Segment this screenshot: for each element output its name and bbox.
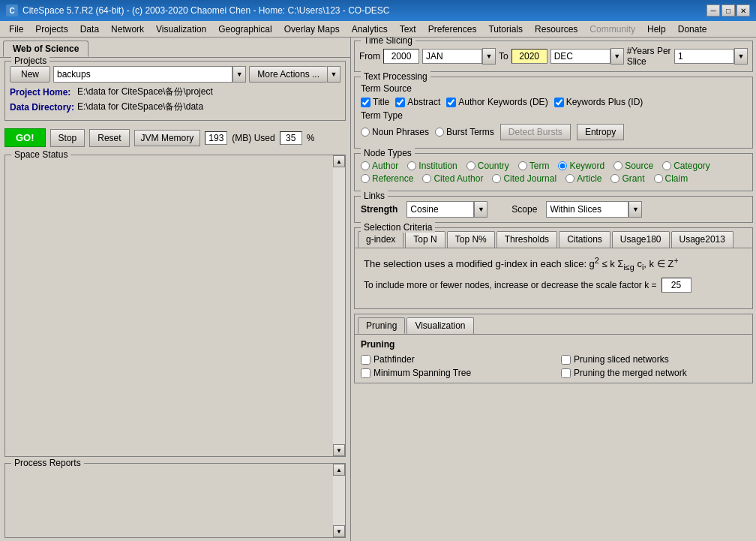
menu-file[interactable]: File [3, 23, 29, 36]
from-month-select[interactable]: JANFEB [422, 49, 482, 64]
project-dropdown-arrow[interactable]: ▼ [232, 66, 246, 83]
category-radio-label[interactable]: Category [662, 161, 710, 171]
scroll-down-button[interactable]: ▼ [333, 444, 345, 456]
keywords-plus-checkbox-label[interactable]: Keywords Plus (ID) [554, 97, 644, 107]
entropy-button[interactable]: Entropy [577, 124, 624, 140]
from-year-input[interactable] [383, 49, 419, 64]
title-checkbox-label[interactable]: Title [361, 97, 389, 107]
burst-terms-radio[interactable] [435, 128, 444, 137]
tab-usage2013[interactable]: Usage2013 [671, 231, 734, 248]
detect-bursts-button[interactable]: Detect Bursts [500, 124, 571, 140]
tab-top-n-percent[interactable]: Top N% [447, 231, 495, 248]
sc-factor-input[interactable] [662, 278, 692, 293]
close-button[interactable]: ✕ [736, 5, 750, 17]
article-radio[interactable] [566, 174, 574, 183]
title-checkbox[interactable] [361, 98, 370, 107]
burst-terms-radio-label[interactable]: Burst Terms [435, 127, 494, 137]
minimize-button[interactable]: ─ [706, 5, 720, 17]
menu-visualization[interactable]: Visualization [150, 23, 212, 36]
author-radio[interactable] [361, 161, 370, 170]
menu-text[interactable]: Text [394, 23, 422, 36]
process-scrollbar[interactable]: ▲ ▼ [333, 464, 345, 537]
tab-thresholds[interactable]: Thresholds [496, 231, 557, 248]
keywords-plus-checkbox[interactable] [554, 98, 564, 107]
tab-top-n[interactable]: Top N [405, 231, 445, 248]
from-month-arrow[interactable]: ▼ [482, 48, 496, 65]
menu-data[interactable]: Data [74, 23, 105, 36]
pruning-merged-checkbox[interactable] [561, 368, 571, 378]
claim-radio[interactable] [654, 174, 663, 183]
to-month-arrow[interactable]: ▼ [610, 48, 624, 65]
source-radio-label[interactable]: Source [614, 161, 653, 171]
reference-radio[interactable] [361, 174, 370, 183]
author-keywords-checkbox[interactable] [446, 98, 456, 107]
process-scroll-up[interactable]: ▲ [333, 464, 345, 476]
menu-donate[interactable]: Donate [672, 23, 713, 36]
scroll-up-button[interactable]: ▲ [333, 155, 345, 167]
claim-radio-label[interactable]: Claim [654, 173, 688, 184]
tab-g-index[interactable]: g-index [358, 231, 404, 248]
tab-pruning[interactable]: Pruning [358, 317, 405, 334]
years-per-slice-select[interactable]: 123 [674, 49, 734, 64]
more-actions-button[interactable]: More Actions ... [249, 66, 327, 83]
country-radio-label[interactable]: Country [466, 161, 509, 171]
menu-geographical[interactable]: Geographical [212, 23, 278, 36]
min-spanning-checkbox[interactable] [361, 368, 370, 378]
tab-usage180[interactable]: Usage180 [612, 231, 670, 248]
abstract-checkbox[interactable] [395, 98, 405, 107]
years-per-slice-arrow[interactable]: ▼ [734, 48, 748, 65]
cited-journal-radio-label[interactable]: Cited Journal [492, 173, 556, 184]
menu-resources[interactable]: Resources [529, 23, 584, 36]
institution-radio-label[interactable]: Institution [407, 161, 457, 171]
noun-phrases-radio-label[interactable]: Noun Phrases [361, 127, 429, 137]
to-month-select[interactable]: DEC [550, 49, 610, 64]
cited-author-radio[interactable] [422, 174, 431, 183]
grant-radio[interactable] [610, 174, 620, 183]
scope-select[interactable]: Within SlicesWithin Each YearAcross Slic… [546, 201, 628, 218]
tab-web-of-science[interactable]: Web of Science [3, 41, 88, 57]
tab-citations[interactable]: Citations [559, 231, 610, 248]
source-radio[interactable] [614, 161, 622, 170]
strength-select[interactable]: CosinePearsonJaccard [406, 201, 474, 218]
grant-radio-label[interactable]: Grant [610, 173, 644, 184]
institution-radio[interactable] [407, 161, 416, 170]
stop-button[interactable]: Stop [50, 129, 86, 147]
cited-journal-radio[interactable] [492, 174, 501, 183]
menu-help[interactable]: Help [641, 23, 672, 36]
jvm-memory-label: JVM Memory [141, 133, 194, 143]
article-radio-label[interactable]: Article [566, 173, 602, 184]
project-dropdown[interactable]: backups [53, 66, 232, 83]
keyword-radio[interactable] [558, 161, 567, 170]
term-radio-label[interactable]: Term [518, 161, 550, 171]
pathfinder-checkbox[interactable] [361, 355, 370, 365]
reset-button[interactable]: Reset [89, 129, 129, 147]
go-button[interactable]: GO! [4, 128, 46, 147]
menu-network[interactable]: Network [105, 23, 150, 36]
menu-preferences[interactable]: Preferences [422, 23, 483, 36]
tab-visualization[interactable]: Visualization [406, 317, 473, 334]
noun-phrases-radio[interactable] [361, 128, 370, 137]
reference-radio-label[interactable]: Reference [361, 173, 413, 184]
maximize-button[interactable]: □ [722, 5, 735, 17]
menu-overlay-maps[interactable]: Overlay Maps [278, 23, 346, 36]
author-radio-label[interactable]: Author [361, 161, 398, 171]
abstract-checkbox-label[interactable]: Abstract [395, 97, 440, 107]
country-radio[interactable] [466, 161, 476, 170]
author-keywords-checkbox-label[interactable]: Author Keywords (DE) [446, 97, 548, 107]
space-scrollbar[interactable]: ▲ ▼ [333, 155, 345, 456]
process-scroll-down[interactable]: ▼ [333, 525, 345, 537]
keyword-radio-label[interactable]: Keyword [558, 161, 604, 171]
menu-projects[interactable]: Projects [29, 23, 74, 36]
strength-select-arrow[interactable]: ▼ [474, 201, 488, 218]
category-radio[interactable] [662, 161, 671, 170]
new-button[interactable]: New [10, 66, 50, 83]
pruning-sliced-checkbox[interactable] [561, 355, 571, 365]
scope-select-arrow[interactable]: ▼ [628, 201, 642, 218]
menu-analytics[interactable]: Analytics [346, 23, 394, 36]
cited-author-radio-label[interactable]: Cited Author [422, 173, 483, 184]
menu-tutorials[interactable]: Tutorials [482, 23, 529, 36]
term-radio[interactable] [518, 161, 527, 170]
to-year-input[interactable] [512, 49, 548, 64]
more-actions-arrow[interactable]: ▼ [327, 66, 340, 83]
menu-community[interactable]: Community [584, 23, 641, 36]
